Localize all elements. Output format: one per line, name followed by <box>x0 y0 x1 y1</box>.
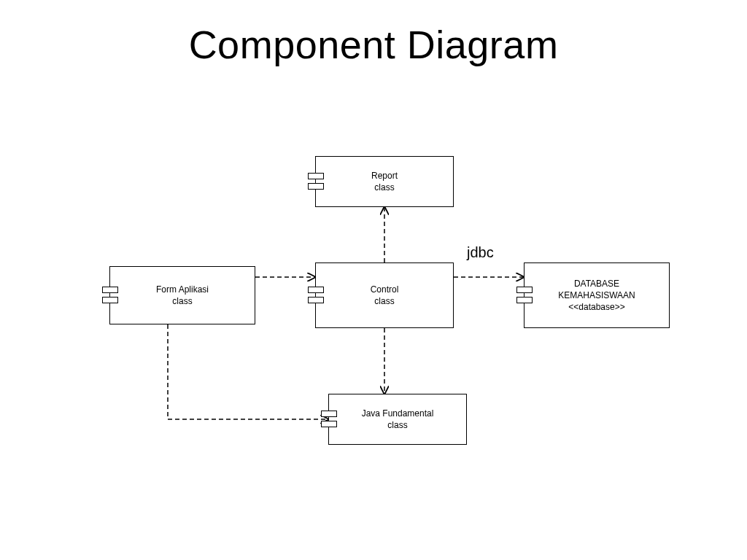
text: <<database>> <box>568 302 624 312</box>
component-form-label: Form Aplikasi class <box>156 284 209 307</box>
component-control-label: Control class <box>371 284 399 307</box>
text: Control <box>371 284 399 295</box>
text: Form Aplikasi <box>156 284 209 295</box>
component-report-label: Report class <box>371 170 398 193</box>
text: class <box>172 296 192 306</box>
component-tabs-icon <box>321 409 337 429</box>
text: DATABASE <box>574 279 619 289</box>
component-tabs-icon <box>516 285 533 306</box>
component-java-label: Java Fundamental class <box>362 408 434 431</box>
component-form: Form Aplikasi class <box>109 266 255 324</box>
component-database-label: DATABASE KEMAHASISWAAN <<database>> <box>535 278 659 314</box>
component-tabs-icon <box>308 171 324 192</box>
text: class <box>374 182 394 192</box>
component-database: DATABASE KEMAHASISWAAN <<database>> <box>524 262 670 328</box>
text: Java Fundamental <box>362 408 434 419</box>
text: class <box>374 296 394 306</box>
text: Report <box>371 171 398 181</box>
edge-form-to-java <box>168 324 328 419</box>
component-java: Java Fundamental class <box>328 394 467 445</box>
component-control: Control class <box>315 262 454 328</box>
component-tabs-icon <box>308 285 324 306</box>
diagram-canvas: jdbc Report class Form Aplikasi class Co… <box>0 0 747 560</box>
component-report: Report class <box>315 156 454 207</box>
component-tabs-icon <box>102 285 118 306</box>
text: KEMAHASISWAAN <box>558 290 635 300</box>
text: class <box>387 420 407 430</box>
edge-label-jdbc: jdbc <box>467 244 494 261</box>
